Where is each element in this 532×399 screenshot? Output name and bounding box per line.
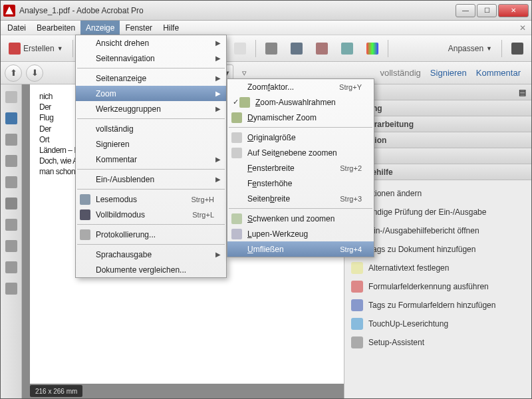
dynzoom-icon xyxy=(231,112,242,123)
link-signieren[interactable]: Signieren xyxy=(430,68,467,78)
pan-icon xyxy=(231,213,242,224)
mi-fensterhoehe[interactable]: Fensterhöhe xyxy=(227,176,374,191)
mail-icon xyxy=(234,43,246,55)
rail-tool-icon-4[interactable] xyxy=(5,240,17,252)
create-icon xyxy=(9,43,21,55)
rail-attachment-icon[interactable] xyxy=(5,198,17,209)
mi-sprachausgabe[interactable]: Sprachausgabe▶ xyxy=(76,247,226,262)
rail-layers-icon[interactable] xyxy=(5,219,17,231)
zoom-submenu: Zoomfaktor...Strg+Y ✓Zoom-Auswahlrahmen … xyxy=(227,78,374,257)
mi-umfliessen[interactable]: UmfließenStrg+4 xyxy=(227,241,374,257)
color-button[interactable] xyxy=(362,39,382,58)
mi-seitennavigation[interactable]: Seitennavigation▶ xyxy=(76,51,226,66)
mi-lesemodus[interactable]: LesemodusStrg+H xyxy=(76,192,226,207)
mi-lupen[interactable]: Lupen-Werkzeug xyxy=(227,226,374,241)
mail-button[interactable] xyxy=(230,39,250,58)
mi-signieren[interactable]: Signieren xyxy=(76,136,226,152)
touchup-icon xyxy=(351,318,363,330)
mi-seitenanzeige[interactable]: Seitenanzeige▶ xyxy=(76,70,226,86)
tagsform-icon xyxy=(351,299,363,311)
link-vollstaendig[interactable]: vollständig xyxy=(380,68,420,78)
page-size-status: 216 x 266 mm xyxy=(30,385,82,397)
print-icon xyxy=(291,43,303,55)
erstellen-button[interactable]: Erstellen▼ xyxy=(5,39,67,58)
left-rail xyxy=(1,84,22,398)
menu-hilfe[interactable]: Hilfe xyxy=(158,21,184,35)
mi-originalgroesse[interactable]: Originalgröße xyxy=(227,130,374,145)
help-icon[interactable]: ✕ xyxy=(515,21,530,35)
mi-ein-ausblenden[interactable]: Ein-/Ausblenden▶ xyxy=(76,172,226,187)
loupe-icon xyxy=(231,229,242,239)
print-button[interactable] xyxy=(287,39,307,58)
menu-fenster[interactable]: Fenster xyxy=(120,21,158,35)
mi-zoom-auswahlrahmen[interactable]: ✓Zoom-Auswahlrahmen xyxy=(227,94,374,110)
vollbild-icon xyxy=(80,209,90,220)
anpassen-button[interactable]: Anpassen▼ xyxy=(444,39,496,58)
mi-werkzeuggruppen[interactable]: Werkzeuggruppen▶ xyxy=(76,101,226,116)
color-icon xyxy=(366,43,378,55)
mi-ansicht-drehen[interactable]: Ansicht drehen▶ xyxy=(76,35,226,51)
expand-button[interactable] xyxy=(507,39,527,58)
origsize-icon xyxy=(231,132,242,143)
mi-dynamischer-zoom[interactable]: Dynamischer Zoom xyxy=(227,110,374,125)
marquee-icon xyxy=(239,97,250,108)
rail-bookmark-icon[interactable] xyxy=(5,112,17,124)
panel-item-setup[interactable]: Setup-Assistent xyxy=(344,333,531,352)
mi-vollbildmodus[interactable]: VollbildmodusStrg+L xyxy=(76,207,226,222)
mi-zoomfaktor[interactable]: Zoomfaktor...Strg+Y xyxy=(227,79,374,94)
mi-kommentar[interactable]: Kommentar▶ xyxy=(76,152,226,167)
mi-vollstaendig[interactable]: vollständig xyxy=(76,121,226,136)
alt-icon xyxy=(351,262,363,274)
page-down-button[interactable]: ⬇ xyxy=(26,65,43,82)
mi-seitenbreite[interactable]: SeitenbreiteStrg+3 xyxy=(227,191,374,206)
anzeige-menu: Ansicht drehen▶ Seitennavigation▶ Seiten… xyxy=(75,35,227,278)
rail-tool-icon-6[interactable] xyxy=(5,283,17,295)
check-icon: ✓ xyxy=(233,98,239,106)
lesemodus-icon xyxy=(80,194,90,205)
mi-dokumente-vergleichen[interactable]: Dokumente vergleichen... xyxy=(76,262,226,277)
link-kommentar[interactable]: Kommentar xyxy=(476,68,521,78)
mi-zoom[interactable]: Zoom▶ xyxy=(76,86,226,101)
rail-tool-icon-2[interactable] xyxy=(5,155,17,167)
tool-btn-1[interactable] xyxy=(261,39,281,58)
titlebar: Analyse_1.pdf - Adobe Acrobat Pro — ☐ ✕ xyxy=(1,1,531,21)
mi-protokollierung[interactable]: Protokollierung... xyxy=(76,227,226,242)
form-icon xyxy=(351,281,363,293)
tool-icon xyxy=(265,43,277,55)
mi-schwenken[interactable]: Schwenken und zoomen xyxy=(227,211,374,226)
expand-icon xyxy=(511,43,523,55)
tool-btn-3[interactable] xyxy=(337,39,357,58)
panel-item-alt[interactable]: Alternativtext festlegen xyxy=(344,259,531,277)
setup-icon xyxy=(351,336,363,348)
tool-btn-2[interactable] xyxy=(312,39,332,58)
page-up-button[interactable]: ⬆ xyxy=(5,65,22,82)
maximize-button[interactable]: ☐ xyxy=(477,4,497,17)
menubar: Datei Bearbeiten Anzeige Fenster Hilfe ✕ xyxy=(1,21,531,35)
tool-icon-3 xyxy=(341,43,353,55)
menu-bearbeiten[interactable]: Bearbeiten xyxy=(31,21,80,35)
rail-tool-icon-5[interactable] xyxy=(5,261,17,273)
close-button[interactable]: ✕ xyxy=(498,4,529,17)
rail-pages-icon[interactable] xyxy=(5,91,17,103)
mi-fensterbreite[interactable]: FensterbreiteStrg+2 xyxy=(227,160,374,176)
mi-seitenebene[interactable]: Auf Seitenebene zoomen xyxy=(227,145,374,160)
protokoll-icon xyxy=(80,229,90,240)
window-title: Analyse_1.pdf - Adobe Acrobat Pro xyxy=(19,6,456,15)
rail-tool-icon-3[interactable] xyxy=(5,176,17,188)
app-icon xyxy=(3,5,15,17)
panel-item-tagsform[interactable]: Tags zu Formularfeldern hinzufügen xyxy=(344,296,531,315)
tool-icon-2 xyxy=(316,43,328,55)
menu-anzeige[interactable]: Anzeige xyxy=(80,21,120,35)
panel-item-touchup[interactable]: TouchUp-Leserichtung xyxy=(344,315,531,333)
minimize-button[interactable]: — xyxy=(456,4,475,17)
fitpage-icon xyxy=(231,148,242,158)
panel-item-form[interactable]: Formularfelderkennung ausführen xyxy=(344,277,531,296)
menu-datei[interactable]: Datei xyxy=(2,21,31,35)
rail-tool-icon[interactable] xyxy=(5,134,17,146)
